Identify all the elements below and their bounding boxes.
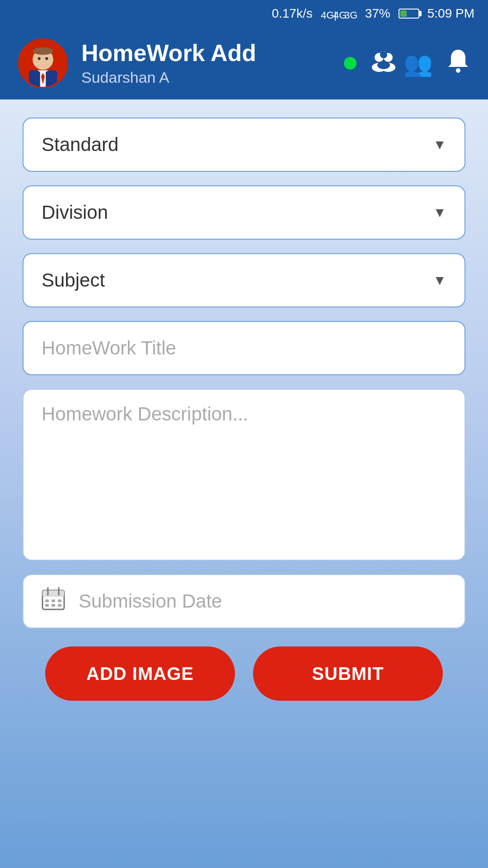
header-actions: 👥 xyxy=(344,48,470,79)
svg-point-18 xyxy=(377,61,390,69)
action-buttons: ADD IMAGE SUBMIT xyxy=(23,646,465,701)
header-info: HomeWork Add Sudarshan A xyxy=(81,40,330,86)
time-display: 5:09 PM xyxy=(427,6,474,21)
submit-button[interactable]: SUBMIT xyxy=(253,646,443,701)
calendar-icon xyxy=(42,587,65,616)
subject-label: Subject xyxy=(42,269,105,291)
online-status-dot xyxy=(344,57,357,70)
svg-point-20 xyxy=(456,68,460,73)
svg-rect-25 xyxy=(45,599,49,602)
subject-chevron-down-icon: ▼ xyxy=(433,273,446,288)
user-name: Sudarshan A xyxy=(81,69,330,86)
standard-label: Standard xyxy=(42,134,118,156)
svg-rect-30 xyxy=(58,604,61,607)
group-icon[interactable]: 👥 xyxy=(370,49,433,78)
svg-point-8 xyxy=(33,47,53,55)
svg-point-9 xyxy=(38,57,41,60)
add-image-button[interactable]: ADD IMAGE xyxy=(45,646,235,701)
svg-point-10 xyxy=(45,57,48,60)
status-bar: 0.17k/s 4G| 4G 3G 37% 5:09 PM xyxy=(0,0,488,27)
network-type: 4G| 4G 3G xyxy=(321,6,357,21)
svg-rect-26 xyxy=(52,599,55,602)
division-chevron-down-icon: ▼ xyxy=(433,205,446,220)
homework-title-input[interactable] xyxy=(23,321,465,375)
network-speed: 0.17k/s xyxy=(272,6,312,21)
avatar xyxy=(18,38,68,88)
svg-point-19 xyxy=(380,51,387,58)
subject-dropdown[interactable]: Subject ▼ xyxy=(23,253,465,307)
standard-chevron-down-icon: ▼ xyxy=(433,137,446,152)
svg-rect-27 xyxy=(58,599,61,602)
notification-icon[interactable] xyxy=(446,48,470,79)
homework-description-input[interactable] xyxy=(23,389,465,561)
battery-icon xyxy=(399,9,419,19)
division-dropdown[interactable]: Division ▼ xyxy=(23,185,465,240)
standard-dropdown[interactable]: Standard ▼ xyxy=(23,118,465,172)
svg-text:3G: 3G xyxy=(344,9,357,21)
app-header: HomeWork Add Sudarshan A 👥 xyxy=(0,27,488,99)
svg-rect-22 xyxy=(42,590,64,597)
main-content: Standard ▼ Division ▼ Subject ▼ xyxy=(0,99,488,868)
svg-rect-28 xyxy=(45,604,49,607)
division-label: Division xyxy=(42,202,108,223)
page-title: HomeWork Add xyxy=(81,40,330,66)
submission-date-placeholder: Submission Date xyxy=(79,590,222,612)
svg-rect-29 xyxy=(52,604,55,607)
submission-date-picker[interactable]: Submission Date xyxy=(23,574,465,628)
battery-percent: 37% xyxy=(365,6,390,21)
